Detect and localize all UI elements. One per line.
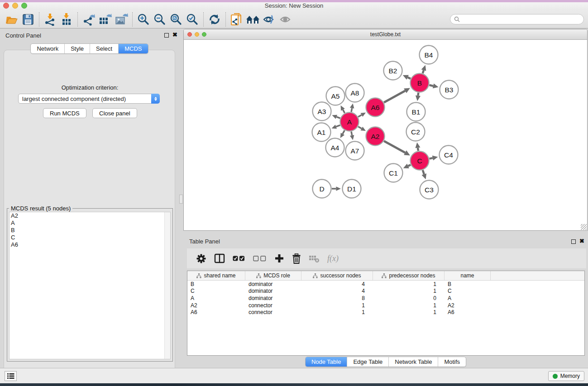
table-cell[interactable]: connector	[245, 302, 301, 309]
result-item[interactable]: A	[10, 219, 170, 227]
minimize-window-icon[interactable]	[12, 3, 18, 9]
close-table-panel-icon[interactable]: ✖	[579, 238, 584, 244]
graph-edge-C-C2[interactable]	[418, 148, 418, 151]
search-input[interactable]	[462, 16, 580, 23]
graph-node-A8[interactable]: A8	[346, 84, 364, 102]
graph-edge-A-A1[interactable]	[336, 125, 340, 127]
graph-edge-B-B4[interactable]	[423, 70, 424, 73]
tab-select[interactable]: Select	[90, 44, 118, 53]
column-header-shared-name[interactable]: shared name	[187, 271, 245, 280]
select-all-checkboxes-icon[interactable]	[233, 255, 245, 262]
split-columns-icon[interactable]	[214, 253, 225, 263]
apply-layout-icon[interactable]	[206, 12, 223, 27]
graph-node-B2[interactable]: B2	[384, 62, 402, 80]
graph-node-D[interactable]: D	[313, 180, 331, 198]
add-column-icon[interactable]	[274, 253, 284, 263]
graph-node-B3[interactable]: B3	[440, 81, 459, 99]
table-cell[interactable]: dominator	[245, 288, 301, 294]
graph-edge-A-A7[interactable]	[351, 132, 352, 135]
graph-edge-A-A3[interactable]	[336, 117, 340, 118]
graph-edge-A2-C[interactable]	[384, 141, 405, 153]
graph-node-A1[interactable]: A1	[312, 123, 331, 142]
graph-node-C3[interactable]: C3	[420, 181, 439, 199]
network-graph[interactable]: B4B2BB3A5A8A6B1A3AC2A1A2A4A7C4CC1C3DD1	[184, 40, 587, 230]
table-cell[interactable]: A	[445, 295, 491, 301]
close-panel-icon[interactable]: ✖	[172, 32, 177, 38]
table-cell[interactable]: 8	[301, 295, 373, 301]
search-box[interactable]	[450, 14, 584, 24]
close-view-icon[interactable]	[187, 32, 192, 37]
column-header-name[interactable]: name	[445, 271, 491, 280]
table-cell[interactable]: dominator	[245, 281, 301, 287]
zoom-fit-icon[interactable]	[168, 12, 184, 27]
graph-edge-B-B2[interactable]	[408, 77, 411, 79]
tab-edge-table[interactable]: Edge Table	[347, 357, 388, 367]
table-cell[interactable]: 1	[373, 288, 445, 294]
scrollbar-track[interactable]	[164, 212, 170, 359]
zoom-view-icon[interactable]	[202, 32, 206, 37]
table-row[interactable]: A6connector11A6	[187, 309, 584, 316]
table-cell[interactable]: 1	[301, 302, 373, 309]
import-table-icon[interactable]	[58, 12, 75, 27]
table-cell[interactable]: B	[445, 281, 491, 287]
table-row[interactable]: A2connector11A2	[187, 302, 584, 309]
run-mcds-button[interactable]: Run MCDS	[43, 108, 86, 118]
table-cell[interactable]: A6	[445, 309, 491, 315]
network-canvas[interactable]: B4B2BB3A5A8A6B1A3AC2A1A2A4A7C4CC1C3DD1	[184, 40, 587, 230]
export-table-icon[interactable]	[97, 12, 113, 27]
graph-edge-C-C4[interactable]	[430, 158, 433, 158]
table-cell[interactable]: B	[187, 281, 245, 287]
graph-edge-A-A5[interactable]	[343, 110, 345, 113]
show-all-icon[interactable]	[277, 12, 294, 27]
tab-style[interactable]: Style	[64, 44, 90, 53]
table-row[interactable]: Cdominator41C	[187, 288, 584, 295]
graph-edge-A-A4[interactable]	[343, 130, 344, 134]
table-settings-icon[interactable]	[196, 253, 206, 264]
graph-node-B1[interactable]: B1	[407, 103, 425, 121]
network-window-titlebar[interactable]: testGlobe.txt	[184, 29, 587, 40]
graph-node-A6[interactable]: A6	[366, 98, 385, 117]
zoom-selected-icon[interactable]	[184, 12, 201, 27]
table-cell[interactable]: 1	[373, 309, 445, 315]
zoom-out-icon[interactable]	[152, 12, 168, 27]
close-panel-button[interactable]: Close panel	[92, 108, 137, 118]
close-window-icon[interactable]	[3, 3, 9, 9]
hide-selected-icon[interactable]	[261, 12, 277, 27]
graph-node-A5[interactable]: A5	[326, 87, 345, 105]
delete-column-icon[interactable]	[292, 253, 301, 264]
result-item[interactable]: A2	[10, 212, 170, 219]
graph-edge-A-A6[interactable]	[358, 115, 362, 117]
column-header-predecessor-nodes[interactable]: predecessor nodes	[373, 271, 445, 280]
graph-node-A4[interactable]: A4	[326, 138, 344, 157]
export-network-icon[interactable]	[81, 12, 97, 27]
zoom-in-icon[interactable]	[135, 12, 152, 27]
table-row[interactable]: Adominator80A	[187, 295, 584, 302]
import-network-icon[interactable]	[42, 12, 58, 27]
graph-node-A7[interactable]: A7	[346, 142, 364, 160]
graph-node-C2[interactable]: C2	[406, 123, 425, 141]
tab-node-table[interactable]: Node Table	[306, 357, 347, 367]
mcds-result-list[interactable]: A2ABCA6	[9, 212, 171, 359]
graph-edge-C-C1[interactable]	[408, 165, 411, 166]
graph-edge-A-A2[interactable]	[358, 127, 362, 129]
table-cell[interactable]: dominator	[245, 295, 301, 301]
table-cell[interactable]: 4	[301, 288, 373, 294]
graph-edge-A6-B[interactable]	[384, 91, 405, 103]
table-cell[interactable]: C	[445, 288, 491, 294]
graph-node-C[interactable]: C	[411, 152, 429, 170]
tab-motifs[interactable]: Motifs	[438, 357, 466, 367]
tab-network-table[interactable]: Network Table	[388, 357, 438, 367]
function-builder-icon[interactable]: f(x)	[327, 254, 339, 263]
table-cell[interactable]: 4	[301, 281, 373, 287]
column-header-successor-nodes[interactable]: successor nodes	[301, 271, 373, 280]
new-network-from-selection-icon[interactable]	[229, 12, 245, 27]
float-panel-icon[interactable]	[164, 33, 169, 38]
table-cell[interactable]: A2	[187, 302, 245, 309]
table-cell[interactable]: C	[187, 288, 245, 294]
save-session-icon[interactable]	[20, 12, 36, 27]
graph-node-C1[interactable]: C1	[384, 164, 403, 182]
delete-table-icon[interactable]	[309, 254, 320, 263]
node-table[interactable]: shared nameMCDS rolesuccessor nodesprede…	[187, 271, 585, 356]
minimize-view-icon[interactable]	[195, 32, 199, 37]
graph-node-B4[interactable]: B4	[420, 46, 438, 64]
